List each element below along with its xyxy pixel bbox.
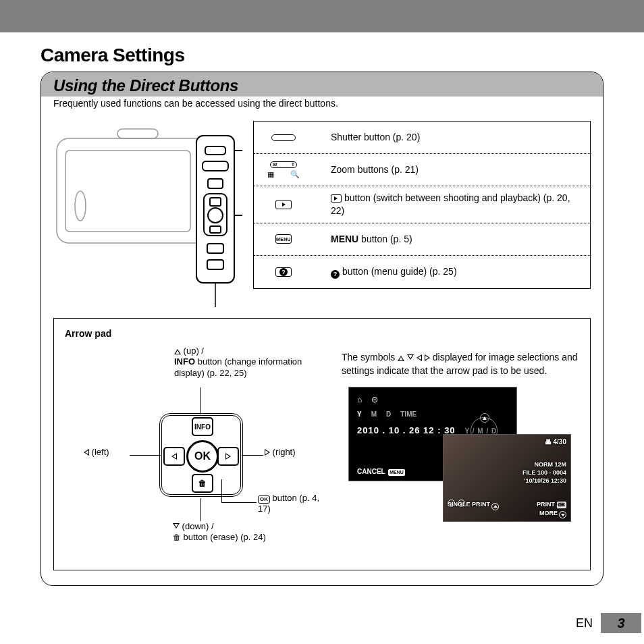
row-shutter: Shutter button (p. 20): [254, 122, 590, 154]
svg-rect-4: [196, 136, 234, 283]
ok-inline-icon: OK: [258, 495, 270, 504]
svg-rect-1: [65, 151, 190, 232]
sym-down-icon: [407, 354, 414, 360]
sym-right-icon: [425, 354, 430, 361]
guide-text: ? button (menu guide) (p. 25): [331, 265, 457, 279]
menu-text: MENU button (p. 5): [331, 233, 412, 246]
sym-up-icon: [398, 356, 404, 361]
label-up: (up) / INFO button (change information d…: [174, 346, 323, 379]
footer-lang: EN: [576, 616, 593, 630]
svg-point-3: [75, 191, 86, 221]
header-strip: [0, 0, 644, 32]
label-down: (down) / button (erase) (p. 24): [173, 521, 321, 543]
q-inline-icon: ?: [331, 270, 340, 279]
sym-left-icon: [417, 354, 422, 361]
label-right: (right): [265, 447, 296, 458]
left-button[interactable]: [163, 447, 185, 466]
info-button[interactable]: INFO: [192, 417, 213, 436]
symbols-explain: The symbols displayed for image selectio…: [342, 351, 579, 377]
playback-icon: [275, 200, 292, 209]
row-zoom: W T ▦🔍 Zoom buttons (p. 21): [254, 154, 590, 186]
page-footer: EN 3: [576, 613, 644, 633]
ok-button[interactable]: OK: [186, 440, 219, 473]
button-table: Shutter button (p. 20) W T ▦🔍 Zoom butto…: [253, 121, 591, 289]
triangle-left-icon: [84, 449, 89, 456]
arrow-pad-box: Arrow pad (up) / INFO button (change inf…: [53, 318, 591, 570]
label-left: (left): [84, 447, 109, 458]
triangle-up-icon: [174, 349, 181, 354]
zoom-text: Zoom buttons (p. 21): [331, 163, 419, 176]
main-box: Using the Direct Buttons Frequently used…: [41, 72, 603, 586]
camera-illustration: [53, 118, 242, 307]
zoom-icon: W T: [270, 161, 297, 168]
guide-icon: ?: [275, 267, 292, 277]
row-playback: button (switch between shooting and play…: [254, 186, 590, 223]
shutter-text: Shutter button (p. 20): [331, 131, 420, 144]
label-ok: OK button (p. 4, 17): [258, 493, 332, 515]
zoom-subicons: ▦🔍: [267, 170, 300, 179]
menu-icon: MENU: [275, 234, 292, 244]
playback-text: button (switch between shooting and play…: [331, 192, 581, 217]
shutter-icon: [271, 134, 296, 141]
section-title: Using the Direct Buttons: [53, 76, 591, 95]
page-title: Camera Settings: [41, 45, 603, 66]
row-guide: ? ? button (menu guide) (p. 25): [254, 256, 590, 288]
lcd-print-screen: 🖶 4/30 NORM 12M FILE 100 - 0004 '10/10/2…: [443, 434, 571, 522]
arrow-pad-diagram: (up) / INFO button (change information d…: [65, 346, 321, 555]
pad-center: INFO OK: [159, 413, 243, 497]
intro-text: Frequently used functions can be accesse…: [41, 97, 603, 118]
right-button[interactable]: [217, 447, 239, 466]
screen1-top-icons: ⌂⊝: [357, 394, 508, 406]
arrow-pad-title: Arrow pad: [65, 328, 579, 339]
svg-rect-2: [117, 129, 158, 138]
triangle-down-icon: [173, 523, 180, 529]
row-menu: MENU MENU button (p. 5): [254, 223, 590, 256]
triangle-right-icon: [265, 449, 270, 456]
footer-page: 3: [601, 613, 641, 633]
play-inline-icon: [331, 194, 342, 203]
erase-button[interactable]: [192, 474, 213, 493]
trash-inline-icon: [173, 532, 181, 542]
